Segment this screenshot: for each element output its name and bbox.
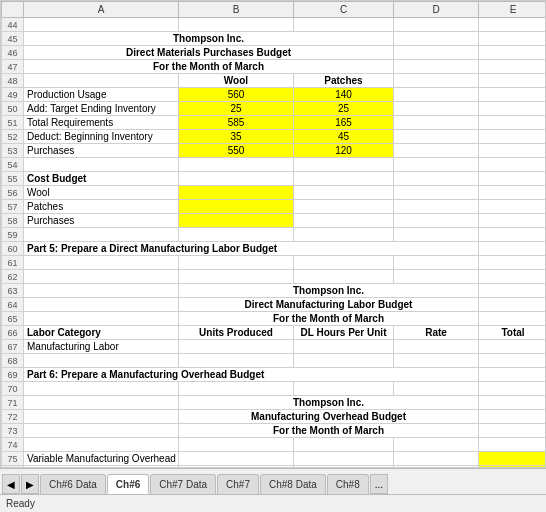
cell-e59[interactable] [479,228,547,242]
cell-b50[interactable]: 25 [179,102,294,116]
cell-c66[interactable]: DL Hours Per Unit [294,326,394,340]
cell-b70[interactable] [179,382,294,396]
cell-d51[interactable] [394,116,479,130]
cell-e55[interactable] [479,172,547,186]
cell-e45[interactable] [479,32,547,46]
cell-e57[interactable] [479,200,547,214]
cell-b48[interactable]: Wool [179,74,294,88]
cell-e46[interactable] [479,46,547,60]
cell-a62[interactable] [24,270,179,284]
cell-d66[interactable]: Rate [394,326,479,340]
cell-c75[interactable] [294,452,394,466]
cell-a44[interactable] [24,18,179,32]
cell-a49[interactable]: Production Usage [24,88,179,102]
cell-a58[interactable]: Purchases [24,214,179,228]
tab-ch6[interactable]: Ch#6 [107,474,149,494]
cell-b64[interactable]: Direct Manufacturing Labor Budget [179,298,479,312]
cell-d47[interactable] [394,60,479,74]
cell-e56[interactable] [479,186,547,200]
cell-b67[interactable] [179,340,294,354]
cell-c61[interactable] [294,256,394,270]
cell-b72[interactable]: Manufacturing Overhead Budget [179,410,479,424]
cell-e65[interactable] [479,312,547,326]
cell-b51[interactable]: 585 [179,116,294,130]
cell-c55[interactable] [294,172,394,186]
cell-e74[interactable] [479,438,547,452]
cell-a66[interactable]: Labor Category [24,326,179,340]
cell-d59[interactable] [394,228,479,242]
cell-e50[interactable] [479,102,547,116]
cell-b53[interactable]: 550 [179,144,294,158]
cell-b55[interactable] [179,172,294,186]
cell-a73[interactable] [24,424,179,438]
tab-scroll-left[interactable]: ◀ [2,474,20,494]
cell-a60[interactable]: Part 5: Prepare a Direct Manufacturing L… [24,242,479,256]
cell-b56[interactable] [179,186,294,200]
tab-ch8[interactable]: Ch#8 [327,474,369,494]
cell-a55[interactable]: Cost Budget [24,172,179,186]
cell-b71[interactable]: Thompson Inc. [179,396,479,410]
cell-d46[interactable] [394,46,479,60]
cell-e47[interactable] [479,60,547,74]
cell-c51[interactable]: 165 [294,116,394,130]
cell-a50[interactable]: Add: Target Ending Inventory [24,102,179,116]
tab-scroll-right[interactable]: ▶ [21,474,39,494]
cell-d45[interactable] [394,32,479,46]
cell-a65[interactable] [24,312,179,326]
cell-b57[interactable] [179,200,294,214]
tab-ch7[interactable]: Ch#7 [217,474,259,494]
cell-e73[interactable] [479,424,547,438]
cell-a71[interactable] [24,396,179,410]
cell-c50[interactable]: 25 [294,102,394,116]
cell-c49[interactable]: 140 [294,88,394,102]
cell-e67[interactable] [479,340,547,354]
cell-a72[interactable] [24,410,179,424]
cell-a45[interactable]: Thompson Inc. [24,32,394,46]
cell-e52[interactable] [479,130,547,144]
cell-c48[interactable]: Patches [294,74,394,88]
cell-d68[interactable] [394,354,479,368]
cell-c58[interactable] [294,214,394,228]
cell-c56[interactable] [294,186,394,200]
cell-a61[interactable] [24,256,179,270]
cell-e58[interactable] [479,214,547,228]
cell-e66[interactable]: Total [479,326,547,340]
cell-a70[interactable] [24,382,179,396]
cell-e53[interactable] [479,144,547,158]
cell-b52[interactable]: 35 [179,130,294,144]
cell-e48[interactable] [479,74,547,88]
cell-d44[interactable] [394,18,479,32]
cell-a53[interactable]: Purchases [24,144,179,158]
cell-d62[interactable] [394,270,479,284]
tab-more[interactable]: ... [370,474,388,494]
cell-e60[interactable] [479,242,547,256]
cell-b49[interactable]: 560 [179,88,294,102]
cell-b58[interactable] [179,214,294,228]
cell-c68[interactable] [294,354,394,368]
cell-a64[interactable] [24,298,179,312]
cell-d48[interactable] [394,74,479,88]
cell-c52[interactable]: 45 [294,130,394,144]
cell-b54[interactable] [179,158,294,172]
cell-d58[interactable] [394,214,479,228]
cell-b65[interactable]: For the Month of March [179,312,479,326]
cell-a56[interactable]: Wool [24,186,179,200]
cell-e63[interactable] [479,284,547,298]
cell-e72[interactable] [479,410,547,424]
cell-e68[interactable] [479,354,547,368]
cell-a57[interactable]: Patches [24,200,179,214]
cell-b66[interactable]: Units Produced [179,326,294,340]
cell-a46[interactable]: Direct Materials Purchases Budget [24,46,394,60]
cell-a63[interactable] [24,284,179,298]
cell-d53[interactable] [394,144,479,158]
cell-b63[interactable]: Thompson Inc. [179,284,479,298]
cell-e44[interactable] [479,18,547,32]
cell-a51[interactable]: Total Requirements [24,116,179,130]
cell-e54[interactable] [479,158,547,172]
cell-e69[interactable] [479,368,547,382]
cell-c54[interactable] [294,158,394,172]
cell-b61[interactable] [179,256,294,270]
cell-d75[interactable] [394,452,479,466]
cell-d57[interactable] [394,200,479,214]
cell-a74[interactable] [24,438,179,452]
